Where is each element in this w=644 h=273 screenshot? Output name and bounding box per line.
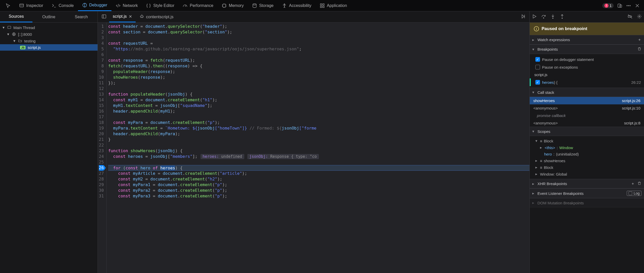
step-in-button[interactable] bbox=[550, 14, 555, 20]
svg-rect-17 bbox=[102, 15, 106, 18]
svg-rect-15 bbox=[8, 26, 11, 29]
checkbox-checked-icon[interactable]: ✓ bbox=[535, 57, 540, 62]
trash-icon[interactable] bbox=[637, 47, 641, 52]
svg-point-14 bbox=[630, 5, 631, 6]
breakpoint-file: script.js bbox=[530, 71, 644, 78]
pause-on-debugger-row[interactable]: ✓ Pause on debugger statement bbox=[530, 56, 644, 63]
tab-debugger[interactable]: Debugger bbox=[78, 0, 111, 11]
subtab-outline[interactable]: Outline bbox=[32, 11, 65, 22]
section-label: XHR Breakpoints bbox=[537, 181, 567, 186]
tab-memory[interactable]: Memory bbox=[217, 0, 248, 11]
step-over-button[interactable] bbox=[541, 14, 546, 20]
svg-point-19 bbox=[553, 18, 553, 19]
chevron-down-icon: ▾ bbox=[532, 129, 535, 134]
breakpoint-entry[interactable]: ✓ heroes) { 26:22 bbox=[530, 78, 644, 86]
pause-on-exceptions-row[interactable]: Pause on exceptions bbox=[530, 63, 644, 71]
scope-var-this[interactable]: ▸ <this>: Window bbox=[530, 144, 644, 151]
add-icon[interactable]: ＋ bbox=[638, 37, 641, 42]
svg-rect-10 bbox=[618, 4, 621, 7]
paused-text: Paused on breakpoint bbox=[542, 26, 587, 31]
tree-label: Main Thread bbox=[13, 25, 35, 30]
sources-sidebar: Sources Outline Search ▾ Main Thread ▾ [… bbox=[0, 11, 98, 273]
tree-file-script[interactable]: JS script.js bbox=[0, 44, 98, 51]
tab-accessibility[interactable]: Accessibility bbox=[278, 0, 316, 11]
scope-var-hero[interactable]: hero: (uninitialized) bbox=[530, 151, 644, 157]
file-tab-script[interactable]: script.js ✕ bbox=[109, 11, 136, 22]
log-toggle[interactable]: Log bbox=[627, 191, 641, 196]
stack-frame[interactable]: <anonymous> script.js:10 bbox=[530, 104, 644, 112]
chevron-right-icon: ▸ bbox=[532, 38, 535, 42]
error-count-badge[interactable]: ! 1 bbox=[602, 3, 614, 8]
tab-network[interactable]: Network bbox=[111, 0, 142, 11]
chevron-right-icon: ▸ bbox=[532, 181, 535, 186]
tab-label: Network bbox=[123, 3, 138, 8]
var-value: (uninitialized) bbox=[556, 152, 579, 156]
subtab-sources[interactable]: Sources bbox=[0, 11, 32, 22]
tree-thread[interactable]: ▾ Main Thread bbox=[0, 24, 98, 31]
checkbox-unchecked-icon[interactable] bbox=[535, 65, 540, 69]
responsive-mode-icon[interactable] bbox=[617, 3, 622, 8]
tree-origin[interactable]: ▾ [::]:8000 bbox=[0, 31, 98, 38]
pick-element-button[interactable] bbox=[2, 0, 15, 11]
code-content[interactable]: const header = document.querySelector("h… bbox=[107, 23, 529, 273]
tab-label: Inspector bbox=[26, 3, 43, 8]
svg-rect-11 bbox=[620, 5, 622, 7]
stack-frame[interactable]: <anonymous> script.js:8 bbox=[530, 119, 644, 127]
close-icon[interactable]: ✕ bbox=[129, 14, 132, 19]
debugger-panel: i Paused on breakpoint ▸ Watch expressio… bbox=[530, 11, 644, 273]
close-devtools-icon[interactable] bbox=[635, 3, 640, 8]
scope-label: Block bbox=[544, 165, 553, 170]
tab-console[interactable]: Console bbox=[47, 0, 78, 11]
section-callstack[interactable]: ▾ Call stack bbox=[530, 88, 644, 97]
svg-point-20 bbox=[562, 18, 563, 19]
checkbox-checked-icon[interactable]: ✓ bbox=[535, 80, 540, 85]
scope-block2[interactable]: ▸ ≡ Block bbox=[530, 164, 644, 171]
frame-loc: script.js:10 bbox=[622, 106, 640, 110]
error-count: 1 bbox=[610, 4, 612, 8]
tab-style-editor[interactable]: Style Editor bbox=[142, 0, 178, 11]
section-dom[interactable]: ▸ DOM Mutation Breakpoints bbox=[530, 198, 644, 207]
section-breakpoints[interactable]: ▾ Breakpoints bbox=[530, 44, 644, 54]
svg-point-13 bbox=[628, 5, 629, 6]
file-tab-contentscript[interactable]: contentscript.js bbox=[136, 11, 177, 22]
section-watch[interactable]: ▸ Watch expressions ＋ bbox=[530, 35, 644, 44]
tree-label: script.js bbox=[28, 45, 41, 50]
line-gutter[interactable]: 1234567891011121314151617181920212223242… bbox=[98, 23, 107, 273]
section-event[interactable]: ▸ Event Listener Breakpoints Log bbox=[530, 188, 644, 198]
frame-fn: showHeroes bbox=[533, 98, 555, 103]
tab-label: Style Editor bbox=[153, 3, 174, 8]
svg-rect-6 bbox=[320, 4, 322, 5]
step-out-button[interactable] bbox=[560, 14, 565, 20]
tab-application[interactable]: Application bbox=[316, 0, 351, 11]
editor-column: script.js ✕ contentscript.js 12345678910… bbox=[98, 11, 530, 273]
tab-label: Performance bbox=[190, 3, 213, 8]
var-value: Window bbox=[559, 145, 573, 150]
meatball-menu-icon[interactable] bbox=[626, 3, 631, 8]
tree-folder[interactable]: ▾ testing bbox=[0, 38, 98, 44]
scope-block[interactable]: ▾ ≡ Block bbox=[530, 138, 644, 144]
window-icon bbox=[7, 25, 11, 30]
add-icon[interactable]: ＋ bbox=[631, 181, 635, 186]
frame-loc: script.js:8 bbox=[624, 121, 640, 125]
trash-icon[interactable] bbox=[637, 181, 641, 186]
scope-global[interactable]: ▸ Window: Global bbox=[530, 171, 644, 177]
tab-label: Memory bbox=[229, 3, 244, 8]
tab-label: Debugger bbox=[89, 3, 107, 7]
scope-label: Window: Global bbox=[540, 172, 567, 176]
run-to-end-icon[interactable] bbox=[519, 14, 528, 20]
stack-frame[interactable]: showHeroes script.js:26 bbox=[530, 97, 644, 104]
section-xhr[interactable]: ▸ XHR Breakpoints ＋ bbox=[530, 179, 644, 188]
section-scopes[interactable]: ▾ Scopes bbox=[530, 127, 644, 136]
tab-performance[interactable]: Performance bbox=[178, 0, 217, 11]
tree-label: testing bbox=[24, 39, 36, 43]
tab-storage[interactable]: Storage bbox=[248, 0, 278, 11]
debugger-settings-icon[interactable] bbox=[637, 14, 642, 20]
code-editor[interactable]: 1234567891011121314151617181920212223242… bbox=[98, 23, 529, 273]
scope-showheroes[interactable]: ▸ ≡ showHeroes bbox=[530, 157, 644, 164]
tab-inspector[interactable]: Inspector bbox=[15, 0, 47, 11]
disable-breakpoints-icon[interactable] bbox=[628, 14, 633, 20]
option-label: Pause on debugger statement bbox=[542, 57, 594, 62]
subtab-search[interactable]: Search bbox=[65, 11, 98, 22]
outline-toggle-icon[interactable] bbox=[99, 14, 109, 20]
resume-button[interactable] bbox=[532, 14, 537, 20]
